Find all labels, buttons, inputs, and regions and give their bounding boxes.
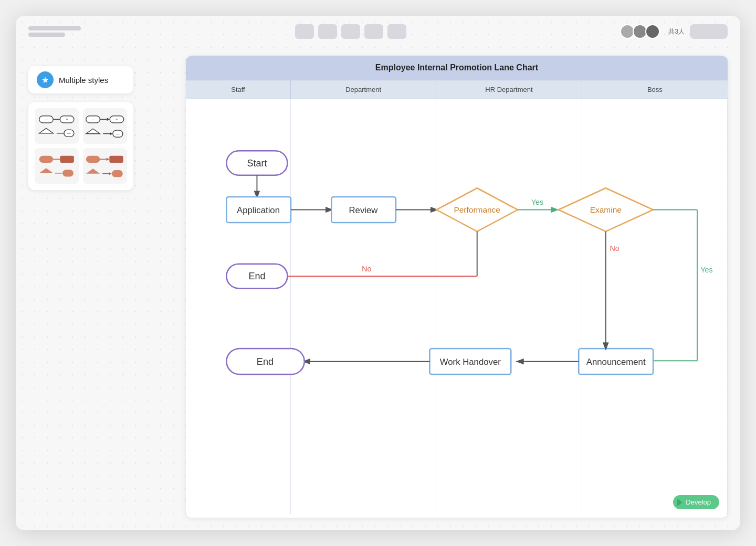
toolbar-btn-5[interactable]	[387, 24, 406, 39]
style-label: Multiple styles	[59, 76, 108, 85]
toolbar-btn-2[interactable]	[318, 24, 337, 39]
svg-text:≡: ≡	[66, 118, 68, 122]
flow-diagram: Start Application Review Perform	[186, 99, 728, 514]
no2-label: No	[610, 244, 620, 253]
svg-rect-33	[112, 171, 123, 177]
sidebar: ★ Multiple styles — ≡ —	[28, 56, 175, 518]
svg-marker-15	[86, 129, 100, 134]
style-cell-4[interactable]	[83, 148, 127, 184]
svg-marker-32	[109, 172, 112, 175]
main-content: ★ Multiple styles — ≡ —	[16, 47, 740, 530]
title-line-2	[28, 33, 65, 37]
toolbar: 共3人	[16, 16, 740, 47]
app-window: 共3人 ★ Multiple styles — ≡	[16, 16, 740, 530]
yes1-label: Yes	[531, 198, 543, 207]
star-icon: ★	[37, 71, 54, 88]
svg-rect-26	[86, 156, 100, 163]
lane-boss: Boss	[582, 80, 728, 99]
svg-rect-20	[39, 156, 53, 163]
review-label: Review	[349, 205, 378, 215]
svg-rect-29	[110, 156, 123, 163]
title-line-1	[28, 26, 81, 30]
svg-rect-25	[62, 170, 74, 177]
user-count: 共3人	[668, 27, 685, 36]
yes2-label: Yes	[700, 266, 712, 275]
develop-label: Develop	[686, 498, 711, 506]
end2-label: End	[257, 356, 274, 367]
lanes-body: Start Application Review Perform	[186, 99, 728, 514]
svg-rect-21	[60, 156, 74, 163]
lane-headers: Staff Department HR Department Boss	[186, 80, 728, 99]
toolbar-title	[28, 26, 81, 37]
work-handover-label: Work Handover	[440, 357, 501, 367]
style-grid: — ≡ — —	[28, 102, 133, 190]
svg-text:—: —	[67, 131, 71, 135]
svg-marker-12	[107, 118, 110, 121]
lane-hr: HR Department	[436, 80, 582, 99]
svg-marker-28	[107, 158, 110, 161]
toolbar-btn-3[interactable]	[341, 24, 360, 39]
svg-text:—: —	[45, 118, 48, 122]
svg-text:—: —	[116, 132, 120, 135]
svg-marker-30	[86, 169, 100, 174]
svg-marker-23	[39, 169, 53, 173]
no1-label: No	[362, 265, 371, 273]
lane-department: Department	[291, 80, 436, 99]
avatar-3	[645, 24, 660, 39]
lane-staff: Staff	[186, 80, 291, 99]
application-label: Application	[237, 205, 280, 215]
performance-label: Performance	[454, 205, 500, 214]
avatar-group	[620, 24, 660, 39]
style-cell-3[interactable]	[35, 148, 79, 184]
flowchart-canvas: Employee Internal Promotion Lane Chart S…	[186, 56, 728, 518]
toolbar-btn-1[interactable]	[295, 24, 314, 39]
develop-badge[interactable]: Develop	[673, 495, 719, 509]
examine-label: Examine	[590, 205, 622, 214]
toolbar-btn-4[interactable]	[364, 24, 383, 39]
toolbar-actions	[89, 24, 612, 39]
announcement-label: Announcement	[586, 357, 646, 367]
svg-text:≡: ≡	[116, 118, 118, 122]
style-badge[interactable]: ★ Multiple styles	[28, 66, 133, 93]
style-cell-2[interactable]: — ≡ —	[83, 108, 127, 144]
chart-title: Employee Internal Promotion Lane Chart	[186, 56, 728, 80]
start-label: Start	[247, 158, 267, 169]
svg-marker-17	[110, 132, 113, 135]
svg-text:—: —	[91, 118, 95, 122]
end1-label: End	[248, 271, 265, 281]
svg-marker-5	[39, 129, 53, 133]
toolbar-right: 共3人	[620, 24, 728, 39]
develop-arrow-icon	[677, 499, 682, 506]
share-button[interactable]	[690, 24, 728, 39]
style-cell-1[interactable]: — ≡ —	[35, 108, 79, 144]
